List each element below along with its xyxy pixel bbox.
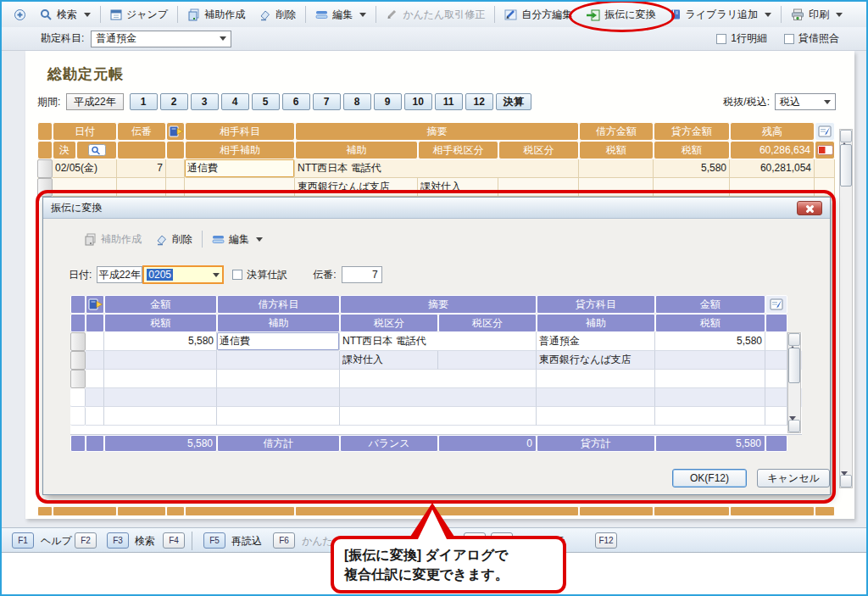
note-pencil-icon[interactable] xyxy=(765,295,787,314)
scroll-up-icon[interactable] xyxy=(840,130,852,142)
note-pencil-icon[interactable] xyxy=(815,122,835,141)
cell-debit-account[interactable]: 通信費 xyxy=(217,332,340,351)
convert-to-slip-button[interactable]: 振伝に変換 xyxy=(579,5,662,25)
cell-partner-account[interactable]: 通信費 xyxy=(185,159,295,178)
dialog-titlebar[interactable]: 振伝に変換 xyxy=(43,198,830,219)
month-button-8[interactable]: 8 xyxy=(343,93,371,110)
scroll-down-icon[interactable] xyxy=(840,475,852,487)
print-button[interactable]: 印刷 xyxy=(784,5,849,25)
ok-button[interactable]: OK(F12) xyxy=(672,469,747,487)
close-icon[interactable] xyxy=(797,201,822,215)
dialog-grid-scrollbar[interactable] xyxy=(787,332,801,433)
cell-slip-no[interactable]: 7 xyxy=(117,159,166,178)
month-button-9[interactable]: 9 xyxy=(374,93,402,110)
ledger-row[interactable]: 東西銀行なんば支店 課対仕入 xyxy=(37,178,835,197)
row-selector[interactable] xyxy=(70,351,86,370)
one-line-checkbox[interactable]: 1行明細 xyxy=(716,31,767,46)
account-select[interactable]: 普通預金 xyxy=(91,31,231,47)
cell-credit-account[interactable]: 普通預金 xyxy=(537,332,655,351)
cell-partner-sub[interactable] xyxy=(185,178,295,197)
edit-menu-button[interactable]: 編集 xyxy=(309,5,373,25)
dialog-row-empty[interactable] xyxy=(70,370,802,388)
delete-button[interactable]: 削除 xyxy=(252,5,303,25)
cell-summary[interactable]: NTT西日本 電話代 xyxy=(340,332,537,351)
book-arrow-icon[interactable] xyxy=(86,295,104,314)
f4-key[interactable]: F4 xyxy=(163,532,185,549)
create-sub-button[interactable]: 補助作成 xyxy=(181,5,252,25)
cell-sub-left[interactable] xyxy=(217,351,340,370)
header-debit[interactable]: 借方金額 xyxy=(579,122,654,141)
header-summary[interactable]: 摘要 xyxy=(340,295,537,314)
month-button-3[interactable]: 3 xyxy=(191,93,219,110)
slip-no-input[interactable]: 7 xyxy=(342,266,382,283)
row-selector[interactable] xyxy=(70,407,86,426)
month-button-12[interactable]: 12 xyxy=(465,93,493,110)
dialog-delete-button[interactable]: 削除 xyxy=(148,230,199,249)
month-button-10[interactable]: 10 xyxy=(404,93,432,110)
jump-button[interactable]: ジャンプ xyxy=(103,5,175,25)
dialog-row-empty[interactable] xyxy=(70,407,802,426)
row-selector[interactable] xyxy=(37,159,53,178)
month-button-11[interactable]: 11 xyxy=(435,93,463,110)
expand-button[interactable] xyxy=(7,6,33,24)
header-debit-account[interactable]: 借方科目 xyxy=(217,295,340,314)
book-arrow-icon[interactable] xyxy=(166,122,185,141)
month-button-7[interactable]: 7 xyxy=(313,93,341,110)
cell-sub-right[interactable]: 東西銀行なんば支店 xyxy=(537,351,655,370)
cell-credit[interactable]: 5,580 xyxy=(654,159,730,178)
date-year-box[interactable]: 平成22年 xyxy=(97,266,142,283)
scrollbar-thumb[interactable] xyxy=(840,144,852,187)
cell-tax-class-right[interactable] xyxy=(438,351,537,370)
scrollbar-thumb[interactable] xyxy=(788,348,800,383)
header-amount-right[interactable]: 金額 xyxy=(655,295,765,314)
magnifier-chip-icon[interactable] xyxy=(76,141,117,159)
f12-key[interactable]: F12 xyxy=(595,532,617,549)
library-add-button[interactable]: ライブラリ追加 xyxy=(663,5,778,25)
ledger-scrollbar[interactable] xyxy=(839,129,853,488)
scroll-down-icon[interactable] xyxy=(788,420,800,432)
f5-key[interactable]: F5 xyxy=(203,532,225,549)
cell-partner-tax-class[interactable]: 課対仕入 xyxy=(418,178,498,197)
f2-key[interactable]: F2 xyxy=(75,532,97,549)
dialog-edit-menu-button[interactable]: 編集 xyxy=(205,230,270,249)
header-credit-account[interactable]: 貸方科目 xyxy=(537,295,655,314)
header-summary[interactable]: 摘要 xyxy=(295,122,579,141)
month-button-5[interactable]: 5 xyxy=(252,93,280,110)
cell-tax-class-left[interactable]: 課対仕入 xyxy=(340,351,438,370)
self-edit-button[interactable]: 自分方編集 xyxy=(498,5,579,25)
settlement-button[interactable]: 決算 xyxy=(496,93,531,110)
dialog-row[interactable]: 課対仕入 東西銀行なんば支店 xyxy=(70,351,802,370)
balance-check-checkbox[interactable]: 貸借照合 xyxy=(784,31,839,46)
cell-tax-left[interactable] xyxy=(104,351,217,370)
date-input[interactable]: 0205 xyxy=(142,265,224,284)
month-button-1[interactable]: 1 xyxy=(130,93,158,110)
cell-tax-right[interactable] xyxy=(655,351,765,370)
f1-key[interactable]: F1 xyxy=(12,532,34,549)
month-button-2[interactable]: 2 xyxy=(160,93,188,110)
header-partner-account[interactable]: 相手科目 xyxy=(185,122,295,141)
header-amount-left[interactable]: 金額 xyxy=(104,295,217,314)
dialog-row[interactable]: 5,580 通信費 NTT西日本 電話代 普通預金 5,580 xyxy=(70,332,802,351)
month-button-4[interactable]: 4 xyxy=(221,93,249,110)
f3-key[interactable]: F3 xyxy=(107,532,129,549)
cell-debit[interactable] xyxy=(579,159,654,178)
tax-mode-select[interactable]: 税込 xyxy=(775,93,836,110)
header-balance[interactable]: 残高 xyxy=(730,122,815,141)
cell-amount-left[interactable]: 5,580 xyxy=(104,332,217,351)
row-selector[interactable] xyxy=(70,370,86,388)
search-button[interactable]: 検索 xyxy=(33,5,97,25)
cell-amount-right[interactable]: 5,580 xyxy=(655,332,765,351)
cell-tax-class[interactable] xyxy=(498,178,579,197)
settlement-entry-checkbox[interactable]: 決算仕訳 xyxy=(232,268,287,282)
header-date[interactable]: 日付 xyxy=(53,122,117,141)
row-selector[interactable] xyxy=(37,178,53,197)
cell-date[interactable]: 02/05(金) xyxy=(53,159,117,178)
dialog-row-empty[interactable] xyxy=(70,388,802,407)
red-toggle-icon[interactable] xyxy=(815,141,835,159)
row-selector[interactable] xyxy=(70,332,86,351)
header-slip-no[interactable]: 伝番 xyxy=(117,122,166,141)
month-button-6[interactable]: 6 xyxy=(282,93,310,110)
header-credit[interactable]: 貸方金額 xyxy=(654,122,730,141)
f6-key[interactable]: F6 xyxy=(273,532,295,549)
cancel-button[interactable]: キャンセル xyxy=(757,469,830,487)
